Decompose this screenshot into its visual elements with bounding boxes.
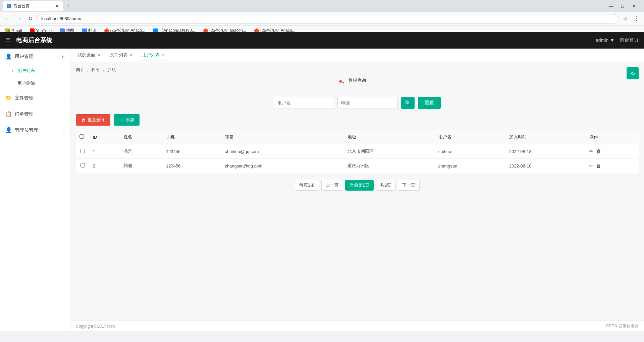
tab-file-list-close[interactable]: ✕ xyxy=(129,53,133,57)
th-name: 姓名 xyxy=(120,130,163,144)
user-mgmt-label: 用户管理 xyxy=(15,54,58,60)
file-mgmt-label: 文件管理 xyxy=(15,95,61,101)
tab-user-list-close[interactable]: ✕ xyxy=(162,53,165,57)
sidebar-group-file: 📁 文件管理 ‹ xyxy=(0,90,70,106)
red-arrow-icon: ➜ xyxy=(337,77,346,87)
tab-close-button[interactable]: ✕ xyxy=(55,3,59,9)
search-button[interactable]: 🔍 xyxy=(401,97,415,109)
order-mgmt-icon: 📋 xyxy=(5,111,12,117)
tab-user-list-label: 用户列表 xyxy=(142,52,160,58)
row1-phone: 123456 xyxy=(163,144,221,159)
next-page-button[interactable]: 下一页 xyxy=(398,180,420,191)
add-button[interactable]: ＋ 添加 xyxy=(114,114,140,126)
username-input[interactable] xyxy=(274,97,334,109)
forward-button[interactable]: → xyxy=(14,14,23,23)
front-link[interactable]: 前台首页 xyxy=(620,37,639,43)
current-page-button[interactable]: 当前第1页 xyxy=(345,180,374,191)
browser-chrome: 后台首页 ✕ + — □ ✕ ← → ↻ ☆ ⋮ Gmail YouTube xyxy=(0,0,644,32)
bookmark-star-button[interactable]: ☆ xyxy=(621,14,630,23)
content-area: 我的桌面 ✕ 文件列表 ✕ 用户列表 ✕ ↻ xyxy=(70,49,644,331)
sidebar-group-order-header[interactable]: 📋 订单管理 ‹ xyxy=(0,106,70,122)
browser-menu-button[interactable]: ⋮ xyxy=(632,14,641,23)
tab-user-list[interactable]: 用户列表 ✕ xyxy=(138,49,170,61)
tab-my-desk-close[interactable]: ✕ xyxy=(97,53,101,57)
close-window-button[interactable]: ✕ xyxy=(629,1,639,11)
top-nav: ☰ 电商后台系统 admin ▼ 前台首页 xyxy=(0,32,644,49)
sidebar-group-file-header[interactable]: 📁 文件管理 ‹ xyxy=(0,90,70,106)
sidebar: 👤 用户管理 ▼ › 用户列表 › 用户删除 📁 文件管理 ‹ xyxy=(0,49,70,331)
row2-checkbox[interactable] xyxy=(80,163,85,167)
hamburger-button[interactable]: ☰ xyxy=(5,37,11,44)
sidebar-item-user-list[interactable]: › 用户列表 xyxy=(0,64,70,77)
action-bar: 🗑 批量删除 ＋ 添加 xyxy=(76,114,639,126)
admin-mgmt-arrow-icon: ‹ xyxy=(63,128,65,133)
new-tab-button[interactable]: + xyxy=(64,1,73,11)
phone-input[interactable] xyxy=(337,97,398,109)
admin-dropdown[interactable]: admin ▼ xyxy=(596,38,614,43)
plus-icon: ＋ xyxy=(119,117,123,123)
admin-arrow-icon: ▼ xyxy=(610,38,614,43)
per-page-button[interactable]: 每页2条 xyxy=(295,180,319,191)
select-all-checkbox[interactable] xyxy=(79,134,84,139)
refresh-button[interactable]: ↻ xyxy=(25,14,35,23)
maximize-button[interactable]: □ xyxy=(618,1,627,11)
row1-action-icons: ✏ 🗑 xyxy=(589,148,635,154)
th-username: 用户名 xyxy=(435,130,506,144)
sidebar-group-user-header[interactable]: 👤 用户管理 ▼ xyxy=(0,49,70,64)
th-address: 地址 xyxy=(344,130,435,144)
browser-tab-bar: 后台首页 ✕ + — □ ✕ xyxy=(0,0,644,12)
tab-file-list[interactable]: 文件列表 ✕ xyxy=(105,49,138,61)
row1-delete-button[interactable]: 🗑 xyxy=(596,148,601,154)
app-footer: Copyright ©2017 rock CSDN @带你看雪 xyxy=(70,321,644,331)
row2-action-icons: ✏ 🗑 xyxy=(589,163,635,169)
sidebar-group-admin: 👤 管理员管理 ‹ xyxy=(0,122,70,138)
user-mgmt-arrow-icon: ▼ xyxy=(61,54,65,59)
user-list-label: 用户列表 xyxy=(17,68,35,74)
row2-checkbox-cell xyxy=(76,159,90,173)
tab-favicon xyxy=(7,4,11,8)
row1-join-time: 2022-08-18 xyxy=(506,144,586,159)
row2-delete-button[interactable]: 🗑 xyxy=(596,163,601,169)
browser-tab[interactable]: 后台首页 ✕ xyxy=(3,1,63,11)
row2-address: 重庆万州区 xyxy=(344,159,435,173)
row2-name: 刘湘 xyxy=(120,159,163,173)
search-icon: 🔍 xyxy=(405,100,411,106)
sidebar-item-user-delete[interactable]: › 用户删除 xyxy=(0,77,70,90)
row1-checkbox-cell xyxy=(76,144,90,159)
th-checkbox xyxy=(76,130,90,144)
sidebar-group-admin-header[interactable]: 👤 管理员管理 ‹ xyxy=(0,122,70,138)
row2-username: zhangsan xyxy=(435,159,506,173)
user-mgmt-icon: 👤 xyxy=(5,53,12,60)
breadcrumb-sep2: › xyxy=(103,68,104,73)
reset-button[interactable]: 重置 xyxy=(418,97,441,109)
row1-actions: ✏ 🗑 xyxy=(586,144,638,159)
fuzzy-hint-container: 模糊查询 ➜ xyxy=(76,77,639,83)
row2-edit-button[interactable]: ✏ xyxy=(589,163,594,169)
row1-username: cuihua xyxy=(435,144,506,159)
th-phone: 手机 xyxy=(163,130,221,144)
refresh-icon: ↻ xyxy=(631,70,635,77)
browser-navbar: ← → ↻ ☆ ⋮ xyxy=(0,12,644,25)
back-button[interactable]: ← xyxy=(3,14,12,23)
batch-delete-label: 批量删除 xyxy=(88,117,105,123)
tab-my-desk[interactable]: 我的桌面 ✕ xyxy=(73,49,105,61)
file-mgmt-icon: 📁 xyxy=(5,95,12,101)
th-action: 操作 xyxy=(586,130,638,144)
total-pages-button[interactable]: 共2页 xyxy=(376,180,396,191)
app-logo: 电商后台系统 xyxy=(16,36,83,44)
file-mgmt-arrow-icon: ‹ xyxy=(63,96,65,100)
minimize-button[interactable]: — xyxy=(606,1,616,11)
sub-arrow-icon: › xyxy=(12,69,13,73)
search-bar: 🔍 重置 xyxy=(76,97,639,109)
table-header-row: ID 姓名 手机 邮箱 地址 用户名 加入时间 操作 xyxy=(76,130,639,144)
table-row: 2 刘湘 123456 zhangsan@qq.com 重庆万州区 zhangs… xyxy=(76,159,639,173)
row1-checkbox[interactable] xyxy=(80,149,85,153)
row1-edit-button[interactable]: ✏ xyxy=(589,148,594,154)
address-bar[interactable] xyxy=(37,14,619,23)
browser-nav-icons: ☆ ⋮ xyxy=(621,14,641,23)
top-nav-right: admin ▼ 前台首页 xyxy=(596,37,639,43)
prev-page-button[interactable]: 上一页 xyxy=(321,180,343,191)
browser-tab-title: 后台首页 xyxy=(13,3,53,9)
page-content: ↻ 用户 › 列表 › 导航 模糊查询 xyxy=(70,62,644,321)
batch-delete-button[interactable]: 🗑 批量删除 xyxy=(76,114,110,126)
